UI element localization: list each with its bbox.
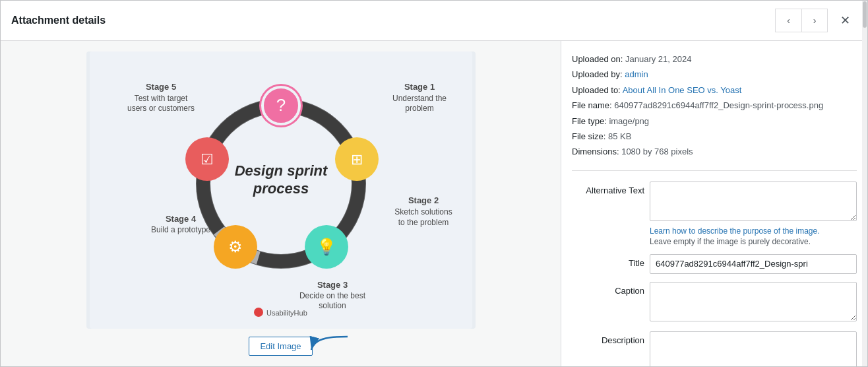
- file-type-row: File type: image/png: [572, 114, 857, 129]
- edit-image-container: Edit Image: [249, 337, 312, 356]
- svg-text:Test with target: Test with target: [134, 94, 187, 103]
- caption-field-row: Caption: [572, 282, 857, 323]
- description-label: Description: [572, 331, 644, 345]
- file-metadata: Uploaded on: January 21, 2024 Uploaded b…: [572, 51, 857, 171]
- svg-text:Stage 2: Stage 2: [408, 195, 438, 205]
- next-button[interactable]: ›: [801, 9, 828, 32]
- diagram-svg: ? ⊞ 💡 ⚙: [90, 51, 472, 329]
- svg-text:Stage 4: Stage 4: [165, 214, 196, 224]
- svg-text:Design sprint: Design sprint: [234, 162, 328, 179]
- modal-title: Attachment details: [11, 15, 106, 26]
- close-button[interactable]: ✕: [833, 9, 857, 32]
- svg-point-27: [254, 308, 263, 317]
- svg-text:Stage 1: Stage 1: [404, 82, 434, 92]
- uploaded-by-row: Uploaded by: admin: [572, 67, 857, 82]
- svg-text:UsabilityHub: UsabilityHub: [266, 309, 307, 317]
- arrow-indicator: [308, 333, 354, 360]
- svg-text:⊞: ⊞: [351, 151, 363, 168]
- svg-text:Build a prototype: Build a prototype: [150, 225, 210, 234]
- file-size-row: File size: 85 KB: [572, 129, 857, 144]
- image-preview: ? ⊞ 💡 ⚙: [86, 51, 476, 329]
- svg-text:Stage 3: Stage 3: [317, 280, 347, 290]
- modal-header: Attachment details ‹ › ✕: [1, 1, 867, 41]
- alt-text-wrap: Learn how to describe the purpose of the…: [650, 182, 857, 246]
- title-label: Title: [572, 254, 644, 268]
- caption-wrap: [650, 282, 857, 323]
- uploaded-to-row: Uploaded to: About All In One SEO vs. Yo…: [572, 83, 857, 98]
- modal-navigation: ‹ › ✕: [775, 9, 857, 32]
- alt-text-help-link[interactable]: Learn how to describe the purpose of the…: [650, 226, 820, 236]
- prev-button[interactable]: ‹: [775, 9, 801, 32]
- alt-text-label: Alternative Text: [572, 182, 644, 195]
- alt-text-input[interactable]: [650, 182, 857, 221]
- uploaded-on-row: Uploaded on: January 21, 2024: [572, 51, 857, 67]
- svg-text:?: ?: [276, 95, 285, 115]
- title-input[interactable]: [650, 254, 857, 274]
- file-name-row: File name: 640977ad8291c6944aff7ff2_Desi…: [572, 98, 857, 113]
- description-input[interactable]: [650, 331, 857, 366]
- alt-text-help: Learn how to describe the purpose of the…: [650, 226, 857, 236]
- svg-text:solution: solution: [319, 301, 346, 310]
- caption-label: Caption: [572, 282, 644, 296]
- metadata-panel: Uploaded on: January 21, 2024 Uploaded b…: [561, 41, 867, 366]
- caption-input[interactable]: [650, 282, 857, 321]
- svg-text:⚙: ⚙: [228, 238, 243, 255]
- svg-text:Sketch solutions: Sketch solutions: [394, 207, 452, 217]
- scrollbar-track[interactable]: [862, 41, 867, 366]
- description-wrap: [650, 331, 857, 366]
- dimensions-row: Dimensions: 1080 by 768 pixels: [572, 144, 857, 159]
- svg-text:💡: 💡: [317, 237, 336, 256]
- svg-text:Stage 5: Stage 5: [145, 82, 175, 92]
- alt-text-hint: Leave empty if the image is purely decor…: [650, 237, 857, 246]
- svg-text:to the problem: to the problem: [398, 218, 449, 227]
- description-field-row: Description: [572, 331, 857, 366]
- svg-text:users or customers: users or customers: [127, 104, 194, 113]
- modal-body: ? ⊞ 💡 ⚙: [1, 41, 867, 366]
- alt-text-field-row: Alternative Text Learn how to describe t…: [572, 182, 857, 246]
- title-wrap: [650, 254, 857, 274]
- svg-text:Understand the: Understand the: [392, 94, 446, 103]
- svg-text:process: process: [252, 180, 308, 197]
- svg-text:☑: ☑: [201, 151, 214, 168]
- title-field-row: Title: [572, 254, 857, 274]
- edit-image-button[interactable]: Edit Image: [249, 337, 312, 356]
- svg-text:problem: problem: [405, 104, 433, 113]
- attachment-details-modal: Attachment details ‹ › ✕: [0, 0, 868, 367]
- svg-text:Decide on the best: Decide on the best: [299, 291, 365, 300]
- uploaded-to-link[interactable]: About All In One SEO vs. Yoast: [623, 85, 742, 95]
- uploaded-by-link[interactable]: admin: [625, 69, 648, 79]
- image-panel: ? ⊞ 💡 ⚙: [1, 41, 561, 366]
